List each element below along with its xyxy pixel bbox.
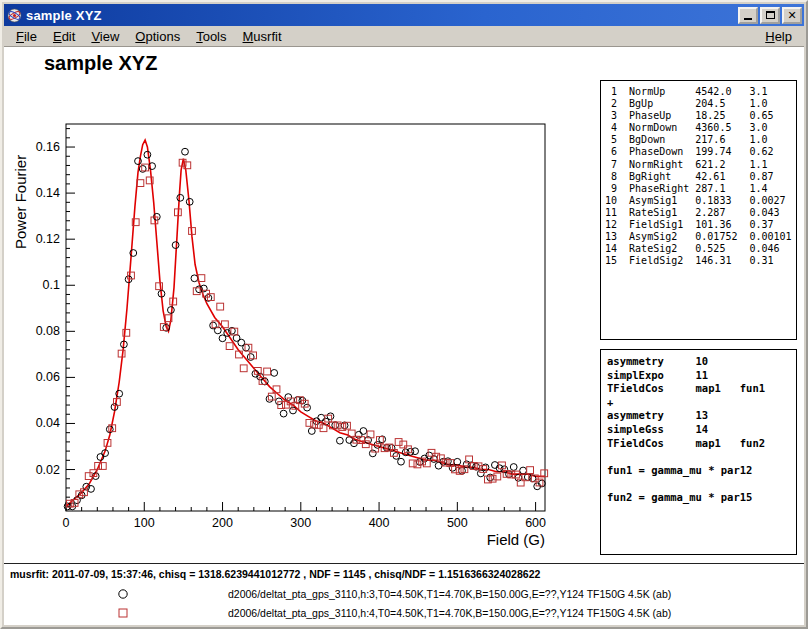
scatter-point <box>527 467 534 474</box>
svg-text:400: 400 <box>369 516 390 530</box>
menu-item-musrfit[interactable]: Musrfit <box>235 27 290 46</box>
plot-area[interactable]: 01002003004005006000.020.040.060.080.10.… <box>4 47 604 559</box>
theory-line: fun1 = gamma_mu * par12 <box>607 464 790 478</box>
theory-line: simpleGss 14 <box>607 423 790 437</box>
menu-left-group: FileEditViewOptionsToolsMusrfit <box>8 27 290 46</box>
scatter-point <box>182 148 189 155</box>
param-row: 1 NormUp 4542.0 3.1 <box>605 86 792 98</box>
param-row: 12 FieldSig1 101.36 0.37 <box>605 219 792 231</box>
scatter-point <box>177 194 184 201</box>
scatter-point <box>337 437 344 444</box>
circle-marker-icon <box>116 587 130 601</box>
param-row: 14 RateSig2 0.525 0.046 <box>605 243 792 255</box>
series-square <box>67 159 548 507</box>
theory-line: fun2 = gamma_mu * par15 <box>607 491 790 505</box>
theory-line: asymmetry 10 <box>607 355 790 369</box>
theory-box[interactable]: asymmetry 10simplExpo 11TFieldCos map1 f… <box>600 349 797 555</box>
param-row: 10 AsymSig1 0.1833 0.0027 <box>605 195 792 207</box>
y-axis-labels: 0.020.040.060.080.10.120.140.16 <box>36 140 60 477</box>
param-row: 4 NormDown 4360.5 3.0 <box>605 122 792 134</box>
svg-text:200: 200 <box>212 516 233 530</box>
legend-entry-circle: d2006/deltat_pta_gps_3110,h:3,T0=4.50K,T… <box>116 586 671 602</box>
parameter-box[interactable]: 1 NormUp 4542.0 3.1 2 BgUp 204.5 1.0 3 P… <box>600 80 797 340</box>
scatter-point <box>226 343 233 350</box>
scatter-point <box>496 465 503 472</box>
title-bar[interactable]: sample XYZ ✕ <box>4 4 804 26</box>
scatter-point <box>398 458 405 465</box>
app-icon[interactable] <box>7 7 23 23</box>
scatter-point <box>280 410 287 417</box>
scatter-point <box>510 464 517 471</box>
menu-item-options[interactable]: Options <box>127 27 188 46</box>
menu-item-edit[interactable]: Edit <box>45 27 83 46</box>
param-row: 2 BgUp 204.5 1.0 <box>605 98 792 110</box>
scatter-point <box>217 303 224 310</box>
menu-bar: FileEditViewOptionsToolsMusrfit Help <box>4 26 804 47</box>
scatter-point <box>266 396 273 403</box>
scatter-point <box>271 370 278 377</box>
menu-item-view[interactable]: View <box>83 27 127 46</box>
fit-status-line: musrfit: 2011-07-09, 15:37:46, chisq = 1… <box>10 568 540 580</box>
scatter-point <box>477 470 484 477</box>
maximize-button[interactable] <box>760 7 780 24</box>
scatter-point <box>395 439 402 446</box>
scatter-point <box>247 354 254 361</box>
scatter-point <box>435 462 442 469</box>
app-icon-graphic <box>7 8 22 23</box>
theory-line: asymmetry 13 <box>607 409 790 423</box>
svg-text:0.1: 0.1 <box>43 278 60 292</box>
scatter-point <box>360 428 367 435</box>
x-axis <box>66 502 536 511</box>
legend-label-square: d2006/deltat_pta_gps_3110,h:4,T0=4.50K,T… <box>228 607 671 619</box>
close-icon: ✕ <box>787 10 796 21</box>
scatter-point <box>341 422 348 429</box>
y-axis <box>66 129 75 507</box>
scatter-point <box>492 462 499 469</box>
scatter-point <box>306 420 313 427</box>
scatter-point <box>494 473 501 480</box>
theory-line: simplExpo 11 <box>607 369 790 383</box>
param-row: 8 BgRight 42.61 0.87 <box>605 171 792 183</box>
param-row: 7 NormRight 621.2 1.1 <box>605 159 792 171</box>
param-row: 5 BgDown 217.6 1.0 <box>605 134 792 146</box>
scatter-point <box>240 365 247 372</box>
scatter-point <box>520 467 527 474</box>
x-axis-title: Field (G) <box>487 531 545 548</box>
square-marker-icon <box>116 606 130 620</box>
menu-item-tools[interactable]: Tools <box>188 27 234 46</box>
svg-text:0.16: 0.16 <box>36 140 60 154</box>
y-axis-title: Power Fourier <box>12 155 29 249</box>
param-row: 11 RateSig1 2.287 0.043 <box>605 207 792 219</box>
fit-line <box>66 140 545 506</box>
svg-text:0.08: 0.08 <box>36 324 60 338</box>
scatter-point <box>327 413 334 420</box>
separator-line <box>4 563 804 564</box>
menu-item-file[interactable]: File <box>8 27 45 46</box>
scatter-point <box>250 352 257 359</box>
scatter-point <box>243 344 250 351</box>
square-marker-shape <box>119 609 127 617</box>
theory-line <box>607 450 790 464</box>
legend-label-circle: d2006/deltat_pta_gps_3110,h:3,T0=4.50K,T… <box>228 588 671 600</box>
series-circle <box>64 148 545 510</box>
scatter-point <box>332 422 339 429</box>
window-title: sample XYZ <box>26 8 736 23</box>
svg-text:0.02: 0.02 <box>36 463 60 477</box>
circle-marker-shape <box>119 590 127 598</box>
theory-line <box>607 477 790 491</box>
scatter-point <box>459 467 466 474</box>
root-canvas[interactable]: sample XYZ 01002003004005006000.020.040.… <box>4 47 804 625</box>
maximize-icon <box>766 11 775 19</box>
minimize-button[interactable] <box>738 7 758 24</box>
svg-text:500: 500 <box>447 516 468 530</box>
scatter-point <box>346 437 353 444</box>
menu-item-help[interactable]: Help <box>757 27 800 46</box>
close-button[interactable]: ✕ <box>782 7 802 24</box>
scatter-point <box>264 368 271 375</box>
scatter-point <box>285 394 292 401</box>
menu-right-group: Help <box>757 29 800 44</box>
svg-text:600: 600 <box>525 516 546 530</box>
svg-text:0.06: 0.06 <box>36 370 60 384</box>
svg-text:0: 0 <box>63 516 70 530</box>
theory-line: + <box>607 396 790 410</box>
